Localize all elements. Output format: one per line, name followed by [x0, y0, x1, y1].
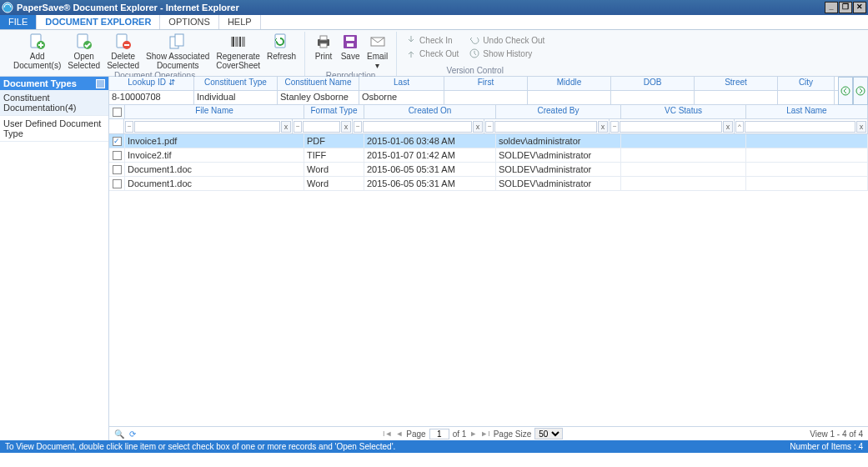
- print-button[interactable]: Print: [310, 32, 337, 71]
- col-file-name[interactable]: File Name: [125, 105, 304, 118]
- pager-next[interactable]: ►: [469, 429, 477, 438]
- pager-first[interactable]: I◄: [383, 429, 392, 438]
- row-checkbox[interactable]: [113, 137, 122, 146]
- regenerate-coversheet-button[interactable]: Regenerate CoverSheet: [213, 32, 263, 71]
- select-all-checkbox[interactable]: [113, 108, 122, 117]
- constituent-lookup-header: Lookup ID ⇵ Constituent Type Constituent…: [109, 77, 838, 91]
- document-types-header: Document Types: [0, 77, 108, 90]
- filter-op-vc[interactable]: ~: [610, 121, 619, 133]
- add-documents-button[interactable]: Add Document(s): [10, 32, 64, 71]
- filter-op-fname[interactable]: ~: [125, 121, 133, 133]
- checkin-button[interactable]: Check In: [402, 33, 462, 47]
- filter-lname-clear[interactable]: x: [856, 121, 866, 133]
- show-associated-button[interactable]: Show Associated Documents: [143, 32, 213, 71]
- filter-ftype-input[interactable]: [303, 121, 340, 133]
- row-checkbox[interactable]: [113, 151, 122, 160]
- checkout-button[interactable]: Check Out: [402, 47, 462, 60]
- col-created-on[interactable]: Created On: [364, 105, 496, 118]
- find-icon[interactable]: 🔍: [114, 429, 124, 439]
- refresh-grid-icon[interactable]: ⟳: [129, 429, 136, 439]
- constituent-lookup-row[interactable]: 8-10000708 Individual Stanley Osborne Os…: [109, 91, 838, 105]
- cell-file-name: Invoice1.pdf: [125, 134, 304, 148]
- col-street[interactable]: Street: [695, 77, 778, 90]
- col-dob[interactable]: DOB: [611, 77, 695, 90]
- open-selected-button[interactable]: Open Selected: [64, 32, 103, 71]
- col-lookup-id[interactable]: Lookup ID ⇵: [109, 77, 194, 90]
- filter-created-input[interactable]: [363, 121, 472, 133]
- filter-cby-input[interactable]: [494, 121, 597, 133]
- svg-rect-19: [320, 43, 327, 48]
- refresh-button[interactable]: Refresh: [263, 32, 299, 71]
- save-button[interactable]: Save: [337, 32, 364, 71]
- svg-rect-21: [346, 37, 354, 41]
- undo-checkout-button[interactable]: Undo Check Out: [465, 33, 548, 47]
- col-vc-status[interactable]: VC Status: [621, 105, 746, 118]
- history-icon: [469, 48, 480, 59]
- status-count: Number of Items : 4: [790, 442, 863, 451]
- prev-record-button[interactable]: [838, 77, 853, 105]
- col-constituent-name[interactable]: Constituent Name: [278, 77, 359, 90]
- pager-size-select[interactable]: 50: [534, 428, 563, 439]
- show-history-button[interactable]: Show History: [465, 47, 548, 60]
- filter-op-ftype[interactable]: ~: [294, 121, 302, 133]
- filter-op-cby[interactable]: ~: [485, 121, 494, 133]
- next-record-button[interactable]: [853, 77, 868, 105]
- filter-vc-clear[interactable]: x: [723, 121, 733, 133]
- doctype-user-defined[interactable]: User Defined Document Type: [0, 116, 108, 142]
- barcode-icon: [228, 33, 248, 51]
- tab-document-explorer[interactable]: DOCUMENT EXPLORER: [37, 15, 160, 29]
- cell-created-on: 2015-01-07 01:42 AM: [364, 148, 496, 162]
- col-middle[interactable]: Middle: [528, 77, 611, 90]
- cell-vc-status: [621, 177, 746, 190]
- delete-selected-icon: [113, 33, 133, 51]
- cell-format-type: Word: [304, 163, 364, 176]
- ribbon-group-vc-title: Version Control: [447, 66, 504, 76]
- doctype-constituent-documentation[interactable]: Constituent Documentation(4): [0, 90, 108, 116]
- pager-last[interactable]: ►I: [480, 429, 489, 438]
- tab-options[interactable]: OPTIONS: [160, 15, 219, 29]
- filter-lname-input[interactable]: [745, 121, 855, 133]
- col-last-name[interactable]: Last Name: [746, 105, 868, 118]
- filter-op-created[interactable]: ~: [354, 121, 362, 133]
- cell-created-by: SOLDEV\administrator: [496, 177, 621, 190]
- filter-cby-clear[interactable]: x: [598, 121, 608, 133]
- cell-format-type: Word: [304, 177, 364, 190]
- cell-vc-status: [621, 163, 746, 176]
- col-format-type[interactable]: Format Type: [304, 105, 364, 118]
- filter-fname-input[interactable]: [134, 121, 280, 133]
- tab-help[interactable]: HELP: [219, 15, 261, 29]
- cell-format-type: PDF: [304, 134, 364, 148]
- filter-op-lname[interactable]: ^: [735, 121, 744, 133]
- table-row[interactable]: Invoice2.tifTIFF2015-01-07 01:42 AMSOLDE…: [109, 148, 868, 163]
- filter-vc-input[interactable]: [620, 121, 722, 133]
- col-created-by[interactable]: Created By: [496, 105, 621, 118]
- svg-rect-8: [175, 34, 183, 46]
- pager-prev[interactable]: ◄: [395, 429, 403, 438]
- col-first[interactable]: First: [444, 77, 528, 90]
- cell-created-on: 2015-06-05 05:31 AM: [364, 163, 496, 176]
- col-last[interactable]: Last: [359, 77, 444, 90]
- cell-created-on: 2015-01-06 03:48 AM: [364, 134, 496, 148]
- filter-created-clear[interactable]: x: [473, 121, 483, 133]
- minimize-button[interactable]: _: [825, 2, 838, 13]
- col-constituent-type[interactable]: Constituent Type: [194, 77, 278, 90]
- filter-ftype-clear[interactable]: x: [341, 121, 351, 133]
- table-row[interactable]: Invoice1.pdfPDF2015-01-06 03:48 AMsoldev…: [109, 134, 868, 148]
- row-checkbox[interactable]: [113, 165, 122, 174]
- show-associated-icon: [168, 33, 188, 51]
- filter-fname-clear[interactable]: x: [281, 121, 291, 133]
- pager-page-input[interactable]: [429, 429, 449, 439]
- cell-created-on: 2015-06-05 05:31 AM: [364, 177, 496, 190]
- close-button[interactable]: ✕: [853, 2, 866, 13]
- collapse-panel-button[interactable]: [96, 79, 105, 88]
- checkin-icon: [405, 34, 417, 46]
- maximize-button[interactable]: ❐: [839, 2, 852, 13]
- table-row[interactable]: Document1.docWord2015-06-05 05:31 AMSOLD…: [109, 177, 868, 191]
- print-icon: [314, 33, 334, 51]
- col-city[interactable]: City: [778, 77, 835, 90]
- tab-file[interactable]: FILE: [0, 15, 37, 29]
- table-row[interactable]: Document1.docWord2015-06-05 05:31 AMSOLD…: [109, 163, 868, 177]
- email-button[interactable]: Email ▾: [364, 32, 391, 71]
- row-checkbox[interactable]: [113, 179, 122, 188]
- delete-selected-button[interactable]: Delete Selected: [103, 32, 143, 71]
